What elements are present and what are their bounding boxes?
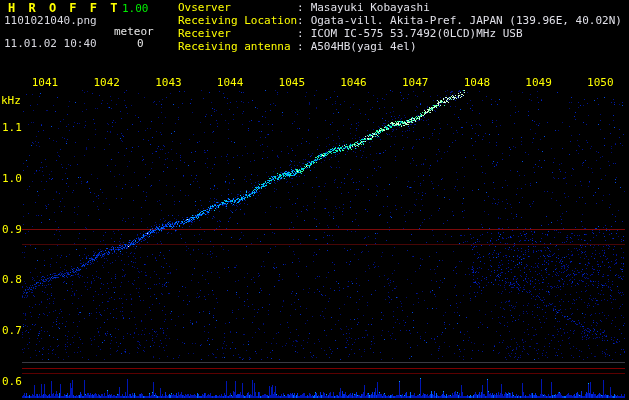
x-tick-label: 1046 (340, 76, 367, 89)
app-title: H R O F F T (8, 1, 120, 15)
info-label: Receiving Location (178, 14, 297, 27)
x-tick-label: 1048 (464, 76, 491, 89)
y-tick-label: 1.1 (2, 121, 22, 134)
meteor-count-value: 0 (137, 37, 144, 50)
info-value: Ogata-vill. Akita-Pref. JAPAN (139.96E, … (311, 14, 622, 27)
hrofft-window: H R O F F T 1.00 1101021040.png meteor 0… (0, 0, 629, 400)
info-colon: : (297, 14, 304, 27)
x-tick-label: 1043 (155, 76, 182, 89)
info-label: Receiver (178, 27, 297, 40)
info-value: A504HB(yagi 4el) (311, 40, 417, 53)
info-row-location: Receiving Location:Ogata-vill. Akita-Pre… (178, 14, 622, 27)
y-tick-label: 0.6 (2, 375, 22, 388)
x-tick-label: 1050 (587, 76, 614, 89)
output-filename: 1101021040.png (4, 14, 97, 27)
y-tick-label: 0.9 (2, 223, 22, 236)
x-tick-label: 1045 (279, 76, 306, 89)
y-tick-label: 1.0 (2, 172, 22, 185)
y-tick-label: 0.7 (2, 324, 22, 337)
meteor-count-label: meteor (114, 25, 154, 38)
x-tick-label: 1042 (93, 76, 120, 89)
y-tick-label: 0.8 (2, 273, 22, 286)
station-info: Ovserver:Masayuki Kobayashi Receiving Lo… (178, 1, 622, 53)
info-value: ICOM IC-575 53.7492(0LCD)MHz USB (311, 27, 523, 40)
x-tick-label: 1047 (402, 76, 429, 89)
info-row-receiver: Receiver:ICOM IC-575 53.7492(0LCD)MHz US… (178, 27, 622, 40)
frequency-unit-label: kHz (1, 94, 21, 107)
x-tick-label: 1041 (32, 76, 59, 89)
info-colon: : (297, 1, 304, 14)
info-label: Ovserver (178, 1, 297, 14)
info-colon: : (297, 40, 304, 53)
info-label: Receiving antenna (178, 40, 297, 53)
app-version: 1.00 (122, 2, 149, 15)
info-value: Masayuki Kobayashi (311, 1, 430, 14)
x-tick-label: 1049 (525, 76, 552, 89)
info-row-antenna: Receiving antenna:A504HB(yagi 4el) (178, 40, 622, 53)
info-row-observer: Ovserver:Masayuki Kobayashi (178, 1, 622, 14)
x-tick-label: 1044 (217, 76, 244, 89)
info-colon: : (297, 27, 304, 40)
observation-datetime: 11.01.02 10:40 (4, 37, 97, 50)
spectrogram-canvas (0, 0, 629, 400)
